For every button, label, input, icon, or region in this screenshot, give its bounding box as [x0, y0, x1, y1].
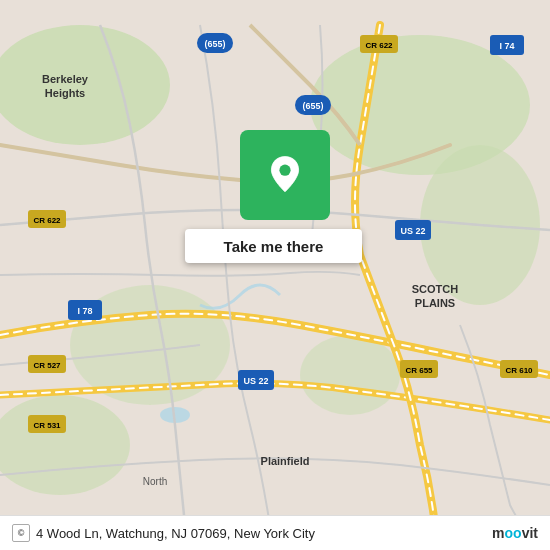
svg-text:SCOTCH: SCOTCH — [412, 283, 459, 295]
svg-text:Plainfield: Plainfield — [261, 455, 310, 467]
svg-text:CR 531: CR 531 — [33, 421, 61, 430]
svg-text:US 22: US 22 — [243, 376, 268, 386]
map-pin-container — [240, 130, 330, 220]
svg-point-4 — [300, 335, 400, 415]
take-me-there-label: Take me there — [224, 238, 324, 255]
svg-text:CR 610: CR 610 — [505, 366, 533, 375]
svg-text:(655): (655) — [204, 39, 225, 49]
take-me-there-button[interactable]: Take me there — [185, 229, 362, 263]
address-text: 4 Wood Ln, Watchung, NJ 07069, New York … — [36, 526, 315, 541]
svg-text:(655): (655) — [302, 101, 323, 111]
svg-text:PLAINS: PLAINS — [415, 297, 455, 309]
bottom-bar-left: © 4 Wood Ln, Watchung, NJ 07069, New Yor… — [12, 524, 315, 542]
bottom-bar: © 4 Wood Ln, Watchung, NJ 07069, New Yor… — [0, 515, 550, 550]
moovit-logo: moovit — [492, 525, 538, 541]
map-svg: I 78 US 22 US 22 (655) (655) CR 610 CR 6… — [0, 0, 550, 550]
map-pin-background — [240, 130, 330, 220]
svg-text:US 22: US 22 — [400, 226, 425, 236]
svg-text:Heights: Heights — [45, 87, 85, 99]
svg-text:CR 655: CR 655 — [405, 366, 433, 375]
svg-text:I 78: I 78 — [77, 306, 92, 316]
location-pin-icon — [265, 155, 305, 195]
map-container: I 78 US 22 US 22 (655) (655) CR 610 CR 6… — [0, 0, 550, 550]
svg-point-38 — [279, 165, 290, 176]
svg-text:I 74: I 74 — [499, 41, 514, 51]
svg-text:Berkeley: Berkeley — [42, 73, 89, 85]
svg-text:CR 527: CR 527 — [33, 361, 61, 370]
svg-text:North: North — [143, 476, 167, 487]
osm-logo: © — [12, 524, 30, 542]
svg-text:CR 622: CR 622 — [365, 41, 393, 50]
svg-text:CR 622: CR 622 — [33, 216, 61, 225]
